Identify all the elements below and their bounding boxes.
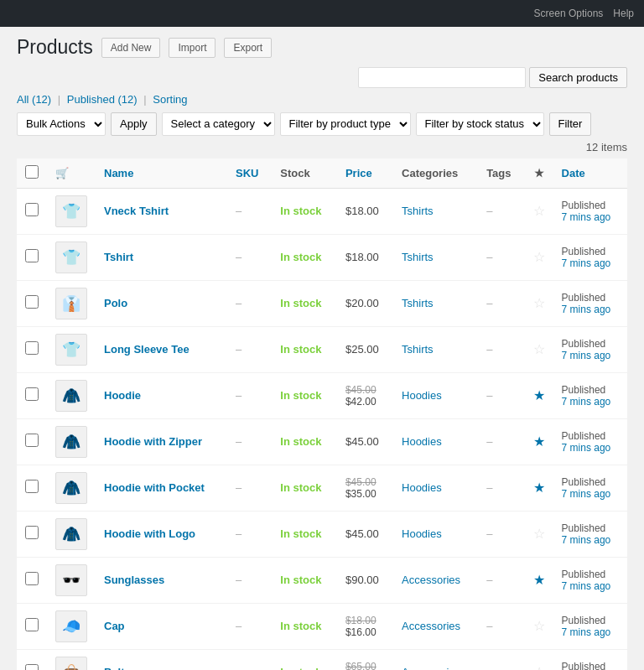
product-sku: – [227,326,272,372]
row-checkbox-5[interactable] [25,387,39,401]
help-btn[interactable]: Help [613,8,634,19]
product-star[interactable]: ☆ [533,296,545,310]
time-ago-link[interactable]: 7 mins ago [562,442,619,454]
time-ago-link[interactable]: 7 mins ago [562,488,619,500]
row-checkbox-9[interactable] [25,572,39,585]
product-stock: In stock [272,418,337,465]
product-name-link[interactable]: Belt [104,666,125,670]
row-checkbox-2[interactable] [25,249,39,262]
filter-all-link[interactable]: All (12) [17,93,51,106]
import-button[interactable]: Import [169,38,216,58]
filter-sorting-link[interactable]: Sorting [153,93,187,106]
category-link[interactable]: Hoodies [402,435,442,448]
row-checkbox-7[interactable] [25,480,39,493]
row-checkbox-10[interactable] [25,618,39,631]
select-all-checkbox[interactable] [25,165,39,179]
filter-published-link[interactable]: Published (12) [67,93,138,106]
product-price: $18.00$16.00 [337,603,393,649]
row-checkbox-3[interactable] [25,295,39,309]
time-ago-link[interactable]: 7 mins ago [562,626,619,638]
product-price: $90.00 [337,557,393,603]
bulk-actions-select[interactable]: Bulk Actions [17,112,106,136]
stock-col-header: Stock [272,158,337,189]
product-type-filter-select[interactable]: Filter by product type [280,112,411,136]
product-thumbnail: 🧢 [55,610,87,642]
table-row: 🧥Hoodie with Zipper–In stock$45.00Hoodie… [17,418,627,465]
product-star[interactable]: ★ [533,388,545,403]
product-date: Published7 mins ago [553,188,627,234]
product-price: $45.00$42.00 [337,372,393,418]
category-link[interactable]: Hoodies [402,389,442,402]
product-star[interactable]: ★ [533,434,545,449]
time-ago-link[interactable]: 7 mins ago [562,257,619,269]
products-table: 🛒 Name SKU Stock Price Categories Tags ★… [17,158,627,670]
product-name-link[interactable]: Polo [104,297,127,309]
product-name-link[interactable]: Hoodie [104,389,141,402]
product-categories: Accessories [393,649,478,670]
screen-options-btn[interactable]: Screen Options [534,8,604,19]
add-new-button[interactable]: Add New [101,38,161,58]
product-name-link[interactable]: Hoodie with Zipper [104,435,202,448]
product-name-link[interactable]: Tshirt [104,251,133,263]
product-name-link[interactable]: Sunglasses [104,574,164,586]
product-date: Published7 mins ago [553,372,627,418]
apply-button[interactable]: Apply [111,112,157,136]
category-link[interactable]: Accessories [402,666,460,670]
product-date: Published7 mins ago [553,280,627,326]
product-name-link[interactable]: Long Sleeve Tee [104,343,190,356]
row-checkbox-11[interactable] [25,664,39,670]
time-ago-link[interactable]: 7 mins ago [562,396,619,408]
row-checkbox-1[interactable] [25,203,39,216]
product-star[interactable]: ☆ [533,665,545,670]
time-ago-link[interactable]: 7 mins ago [562,211,619,223]
category-link[interactable]: Accessories [402,620,460,632]
search-button[interactable]: Search products [529,67,627,88]
date-col-header[interactable]: Date [562,167,585,179]
filter-button[interactable]: Filter [549,112,592,136]
product-thumbnail: 👔 [55,288,87,319]
product-thumbnail: 👜 [55,657,87,670]
product-name-link[interactable]: Vneck Tshirt [104,205,169,217]
product-star[interactable]: ★ [533,573,545,587]
time-ago-link[interactable]: 7 mins ago [562,304,619,315]
category-link[interactable]: Hoodies [402,527,442,540]
product-star[interactable]: ★ [533,480,545,495]
row-checkbox-6[interactable] [25,434,39,447]
product-thumbnail: 🧥 [55,472,87,504]
product-name-link[interactable]: Cap [104,620,125,632]
table-row: 👕Tshirt–In stock$18.00Tshirts–☆Published… [17,234,627,280]
price-col-header[interactable]: Price [345,167,372,179]
search-input[interactable] [358,67,526,88]
product-price: $18.00 [337,234,393,280]
category-link[interactable]: Tshirts [402,343,434,356]
category-filter-select[interactable]: Select a category [162,112,275,136]
row-checkbox-4[interactable] [25,341,39,355]
product-name-link[interactable]: Hoodie with Pocket [104,481,205,494]
export-button[interactable]: Export [224,38,272,58]
category-link[interactable]: Tshirts [402,297,434,309]
category-link[interactable]: Tshirts [402,251,434,263]
product-star[interactable]: ☆ [533,342,545,356]
product-tags: – [478,326,524,372]
product-star[interactable]: ☆ [533,619,545,633]
sku-col-header[interactable]: SKU [236,167,258,179]
category-link[interactable]: Accessories [402,574,460,586]
product-date: Published7 mins ago [553,418,627,465]
product-stock: In stock [272,326,337,372]
product-star[interactable]: ☆ [533,527,545,541]
product-star[interactable]: ☆ [533,250,545,264]
time-ago-link[interactable]: 7 mins ago [562,580,619,592]
product-sku: – [227,418,272,465]
time-ago-link[interactable]: 7 mins ago [562,534,619,546]
category-link[interactable]: Hoodies [402,481,442,494]
category-link[interactable]: Tshirts [402,205,434,217]
row-checkbox-8[interactable] [25,526,39,539]
product-sku: – [227,465,272,511]
product-date: Published7 mins ago [553,511,627,557]
stock-status-filter-select[interactable]: Filter by stock status [416,112,544,136]
time-ago-link[interactable]: 7 mins ago [562,350,619,361]
product-star[interactable]: ☆ [533,204,545,218]
product-name-link[interactable]: Hoodie with Logo [104,527,195,540]
product-sku: – [227,511,272,557]
name-col-header[interactable]: Name [104,167,133,179]
